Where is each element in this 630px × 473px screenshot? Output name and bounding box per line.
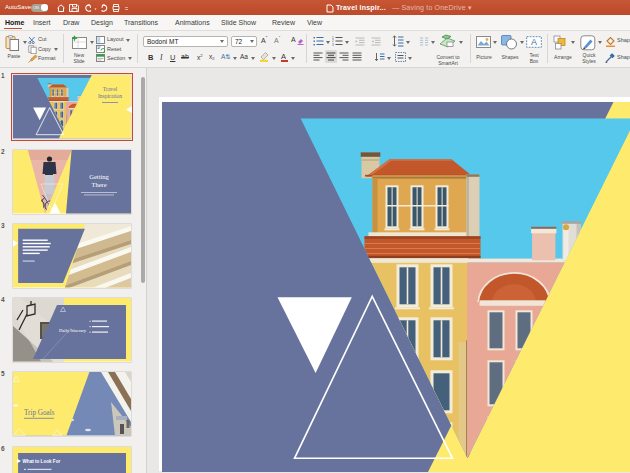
svg-text:Daily Itinerary: Daily Itinerary <box>59 328 87 333</box>
svg-text:Travel: Travel <box>103 86 118 92</box>
svg-text:Getting: Getting <box>89 173 109 180</box>
svg-text:There: There <box>91 181 106 188</box>
svg-text:Inspiration: Inspiration <box>98 93 122 99</box>
svg-text:3: 3 <box>332 43 334 46</box>
svg-text:What to Look For: What to Look For <box>23 459 61 464</box>
svg-text:Trip Goals: Trip Goals <box>24 409 55 417</box>
svg-text:A: A <box>531 37 537 47</box>
